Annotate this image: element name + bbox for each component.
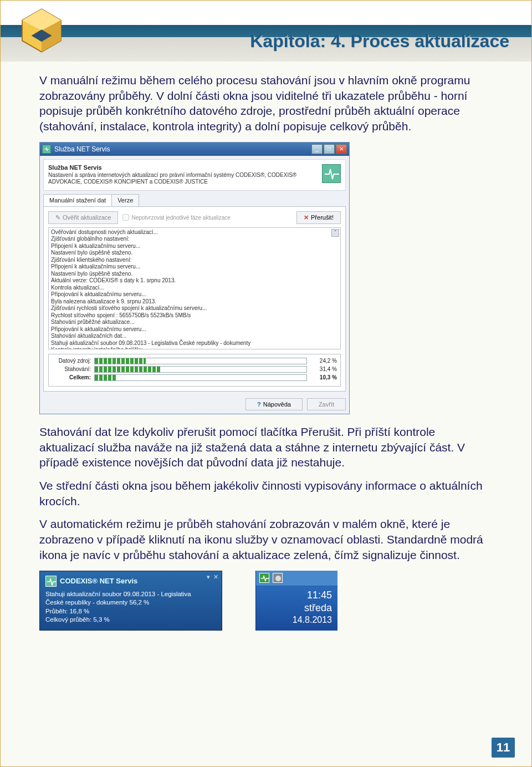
tray-day: středa [262,602,332,614]
toast-header: CODEXIS® NET Servis [45,576,216,587]
tab-manual[interactable]: Manuální stažení dat [43,194,112,206]
tray-service-icon[interactable] [259,573,269,583]
log-line: Připojování k aktualizačnímu serveru... [51,291,338,298]
progress-source-pct: 24,2 % [310,358,337,364]
page-number: 11 [492,738,515,758]
toast-line-3: Průběh: 16,8 % [45,607,216,616]
chapter-name: 4. Proces aktualizace [331,31,509,51]
abort-button[interactable]: ✕ Přerušit! [296,211,341,224]
toast-notification: ▾ ✕ CODEXIS® NET Servis Stahuji aktualiz… [39,571,222,631]
log-line: Připojení k aktualizačnímu serveru... [51,263,338,271]
abort-label: Přerušit! [311,214,334,221]
x-icon: ✕ [304,214,309,221]
log-line: Kontrola integrity instalačního balíčku.… [51,347,338,349]
progress-download-fill [95,367,161,372]
app-header-desc: Nastavení a správa internetových aktuali… [48,172,316,186]
toast-app-icon [45,576,57,587]
tray-clock: 11:45 středa 14.8.2013 [256,586,337,631]
progress-source: Datový zdroj: 24,2 % [52,358,337,364]
log-line: Stahuji aktualizační soubor 09.08.2013 -… [51,340,338,347]
chapter-label: Kapitola: [250,31,326,51]
close-button[interactable]: ✕ [336,144,347,154]
log-line: Kontrola aktualizací... [51,285,338,292]
help-icon: ? [257,401,261,408]
progress-source-bar [94,358,307,364]
log-line: Zjišťování globálního nastavení: [51,236,338,243]
document-page: Kapitola: 4. Proces aktualizace V manuál… [0,0,532,767]
tray-date: 14.8.2013 [262,615,332,625]
svg-point-4 [275,576,281,581]
system-tray: 11:45 středa 14.8.2013 [255,571,337,631]
titlebar: Služba NET Servis _ □ ✕ [40,143,349,156]
progress-total-label: Celkem: [52,374,91,380]
noconfirm-label: Nepotvrzovat jednotlivé fáze aktualizace [131,215,230,221]
toast-close-icon[interactable]: ✕ [213,573,218,581]
progress-download-label: Stahování: [52,366,91,372]
paragraph-4: V automatickém režimu je průběh stahován… [39,516,493,562]
noconfirm-input[interactable] [122,214,129,221]
app-header-title: Služba NET Servis [48,164,316,171]
window-controls: _ □ ✕ [311,144,347,154]
maximize-button[interactable]: □ [324,144,335,154]
toolbar: ✎ Ověřit aktualizace Nepotvrzovat jednot… [48,211,341,224]
progress-total-fill [95,375,116,380]
heartbeat-icon [322,164,341,183]
app-icon [42,145,51,154]
panel: ✎ Ověřit aktualizace Nepotvrzovat jednot… [43,206,346,392]
tray-icons [256,571,337,586]
toast-controls: ▾ ✕ [207,573,218,581]
progress-source-label: Datový zdroj: [52,358,91,364]
progress-section: Datový zdroj: 24,2 % Stahování: 31,4 % C… [48,354,341,387]
toast-line-2: České republiky - dokumenty 56,2 % [45,598,216,607]
paragraph-1: V manuální režimu během celého procesu s… [39,73,493,134]
toast-title: CODEXIS® NET Servis [60,577,137,585]
bottom-buttons: ? Nápověda Zavřít [40,395,349,414]
log-line: Nastavení bylo úspěšně staženo. [51,250,338,257]
log-line: Stahování aktualizačních dat... [51,333,338,340]
help-button[interactable]: ? Nápověda [245,398,303,410]
progress-download: Stahování: 31,4 % [52,366,337,373]
log-box: ˄ Ověřování dostupnosti nových aktualiza… [48,227,341,349]
verify-button[interactable]: ✎ Ověřit aktualizace [48,211,118,224]
log-line: Nastavení bylo úspěšně staženo. [51,271,338,278]
wand-icon: ✎ [55,214,60,221]
tabs: Manuální stažení dat Verze [43,194,346,206]
verify-label: Ověřit aktualizace [63,214,111,221]
paragraph-3: Ve střední části okna jsou během jakékol… [39,478,493,509]
log-line: Byla nalezena aktualizace k 9. srpnu 201… [51,298,338,306]
toast-menu-icon[interactable]: ▾ [207,573,210,581]
logo-icon [16,5,67,56]
progress-source-fill [95,358,146,364]
paragraph-2: Stahování dat lze kdykoliv přerušit pomo… [39,424,493,470]
toast-body: Stahuji aktualizační soubor 09.08.2013 -… [45,590,216,624]
log-line: Rychlost síťového spojení : 5655750B/s 5… [51,312,338,319]
minimize-button[interactable]: _ [311,144,323,154]
log-line: Připojení k aktualizačnímu serveru... [51,243,338,250]
notification-row: ▾ ✕ CODEXIS® NET Servis Stahuji aktualiz… [39,571,493,631]
toast-line-1: Stahuji aktualizační soubor 09.08.2013 -… [45,590,216,599]
tab-version[interactable]: Verze [111,194,139,206]
app-window: Služba NET Servis _ □ ✕ Služba NET Servi… [39,142,350,414]
log-line: Připojování k aktualizačnímu serveru... [51,326,338,333]
progress-total-pct: 10,3 % [310,374,337,380]
progress-total-bar [94,374,307,381]
progress-download-pct: 31,4 % [310,366,337,372]
log-line: Zjišťování klientského nastavení: [51,257,338,264]
toast-line-4: Celkový průběh: 5,3 % [45,616,216,624]
noconfirm-checkbox[interactable]: Nepotvrzovat jednotlivé fáze aktualizace [122,214,230,221]
tray-time: 11:45 [262,590,332,601]
page-header: Kapitola: 4. Proces aktualizace [1,1,531,62]
close-window-button[interactable]: Zavřít [307,398,346,410]
log-line: Ověřování dostupnosti nových aktualizací… [51,229,338,236]
help-label: Nápověda [263,401,291,408]
log-line: Aktuální verze: CODEXIS® s daty k 1. srp… [51,277,338,285]
log-line: Zjišťování rychlosti síťového spojení k … [51,305,338,312]
log-line: Stahování průběžné aktualizace... [51,319,338,326]
progress-total: Celkem: 10,3 % [52,374,337,381]
tray-other-icon[interactable] [273,573,283,583]
content-area: V manuální režimu během celého procesu s… [1,62,531,631]
window-title: Služba NET Servis [54,145,110,153]
close-window-label: Zavřít [319,401,334,408]
progress-download-bar [94,366,307,373]
scroll-up-icon[interactable]: ˄ [331,229,339,237]
